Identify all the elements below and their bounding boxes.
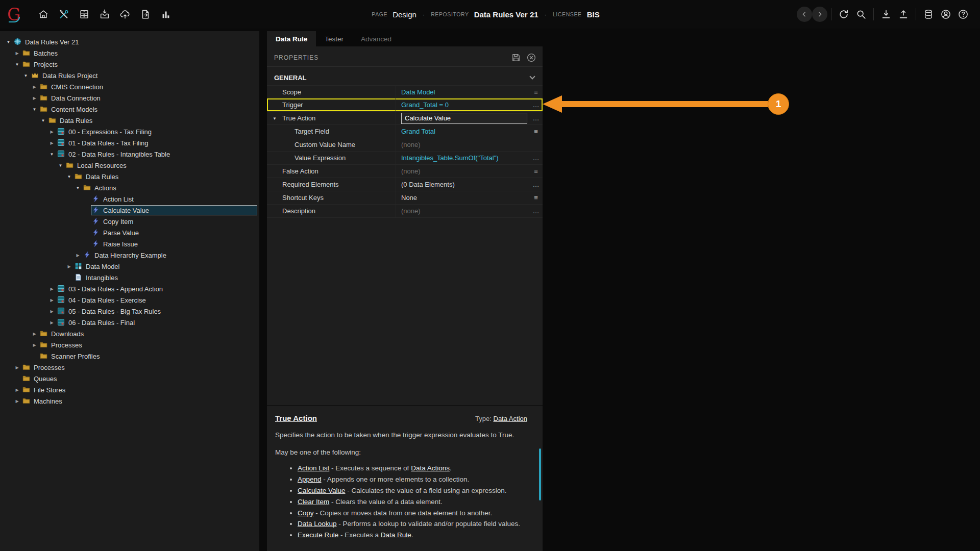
help-link-data-rule[interactable]: Data Rule xyxy=(381,531,411,539)
expanded-expander-icon[interactable]: ▼ xyxy=(56,163,65,168)
save-icon[interactable] xyxy=(511,53,521,63)
home-icon[interactable] xyxy=(35,6,52,23)
tree-item-parse-value[interactable]: Parse Value xyxy=(0,227,259,238)
prop-value-required-elements[interactable]: (0 Data Elements) xyxy=(396,178,529,191)
prop-value-custom-value-name[interactable]: (none) xyxy=(396,138,529,151)
collapsed-expander-icon[interactable]: ▶ xyxy=(13,51,21,56)
prop-value-text[interactable]: (none) xyxy=(401,207,421,215)
tab-advanced[interactable]: Advanced xyxy=(352,31,400,46)
collapsed-expander-icon[interactable]: ▶ xyxy=(13,399,21,404)
help-link-calculate-value[interactable]: Calculate Value xyxy=(298,487,346,494)
expanded-expander-icon[interactable]: ▼ xyxy=(47,152,56,157)
ellipsis-button[interactable]: … xyxy=(529,152,543,164)
tree-item-06-data-rules-final[interactable]: ▶06 - Data Rules - Final xyxy=(0,317,259,328)
collapsed-expander-icon[interactable]: ▶ xyxy=(30,85,39,89)
tree-item-01-data-rules-tax-filing[interactable]: ▶01 - Data Rules - Tax Filing xyxy=(0,137,259,148)
export-document-icon[interactable] xyxy=(137,6,154,23)
collapsed-expander-icon[interactable]: ▶ xyxy=(47,309,56,314)
nav-back-icon[interactable] xyxy=(797,7,812,22)
tree-item-cmis-connection[interactable]: ▶CMIS Connection xyxy=(0,81,259,92)
tree-item-downloads[interactable]: ▶Downloads xyxy=(0,328,259,339)
upload-icon[interactable] xyxy=(895,6,912,23)
dropdown-button[interactable]: ≡ xyxy=(529,125,543,138)
tree-item-04-data-rules-exercise[interactable]: ▶04 - Data Rules - Exercise xyxy=(0,294,259,306)
collapsed-expander-icon[interactable]: ▶ xyxy=(74,253,82,258)
help-type-link[interactable]: Data Action xyxy=(494,415,528,422)
tree-item-batches[interactable]: ▶Batches xyxy=(0,47,259,59)
tree-item-raise-issue[interactable]: Raise Issue xyxy=(0,238,259,249)
prop-value-target-field[interactable]: Grand Total xyxy=(396,125,529,138)
tree-item-02-data-rules-intangibles-table[interactable]: ▼02 - Data Rules - Intangibles Table xyxy=(0,148,259,160)
tree-item-data-model[interactable]: ▶Data Model xyxy=(0,261,259,272)
prop-value-true-action[interactable]: Calculate Value xyxy=(396,112,529,124)
tree-item-data-hierarchy-example[interactable]: ▶Data Hierarchy Example xyxy=(0,249,259,261)
expanded-expander-icon[interactable]: ▼ xyxy=(65,174,74,179)
prop-value-description[interactable]: (none) xyxy=(396,205,529,217)
tree-item-file-stores[interactable]: ▶File Stores xyxy=(0,384,259,395)
ellipsis-button[interactable]: … xyxy=(529,178,543,191)
tree-item-03-data-rules-append-action[interactable]: ▶03 - Data Rules - Append Action xyxy=(0,283,259,294)
expanded-expander-icon[interactable]: ▼ xyxy=(39,118,47,123)
collapsed-expander-icon[interactable]: ▶ xyxy=(30,96,39,101)
expanded-expander-icon[interactable]: ▼ xyxy=(4,40,13,44)
help-link-action-list[interactable]: Action List xyxy=(298,464,329,472)
collapsed-expander-icon[interactable]: ▶ xyxy=(30,332,39,336)
help-link-execute-rule[interactable]: Execute Rule xyxy=(298,531,338,539)
collapsed-expander-icon[interactable]: ▶ xyxy=(47,320,56,325)
expanded-expander-icon[interactable]: ▼ xyxy=(74,186,82,190)
tree-item-data-rules[interactable]: ▼Data Rules xyxy=(0,115,259,126)
ellipsis-button[interactable]: … xyxy=(529,98,543,111)
prop-value-false-action[interactable]: (none) xyxy=(396,165,529,178)
prop-value-text[interactable]: (0 Data Elements) xyxy=(401,181,455,188)
tree-item-processes[interactable]: ▶Processes xyxy=(0,362,259,373)
tree-item-calculate-value[interactable]: Calculate Value xyxy=(0,205,259,216)
search-icon[interactable] xyxy=(852,6,870,23)
tools-icon[interactable] xyxy=(55,6,72,23)
collapsed-expander-icon[interactable]: ▶ xyxy=(13,365,21,370)
tab-data-rule[interactable]: Data Rule xyxy=(267,31,316,46)
tree-item-00-expressions-tax-filing[interactable]: ▶00 - Expressions - Tax Filing xyxy=(0,126,259,137)
collapsed-expander-icon[interactable]: ▶ xyxy=(30,343,39,347)
prop-value-text[interactable]: (none) xyxy=(401,167,421,175)
tree-item-scanner-profiles[interactable]: Scanner Profiles xyxy=(0,350,259,362)
help-link-data-actions[interactable]: Data Actions xyxy=(411,464,450,472)
ellipsis-button[interactable]: … xyxy=(529,112,543,124)
dropdown-button[interactable]: ≡ xyxy=(529,86,543,98)
tree-item-queues[interactable]: Queues xyxy=(0,373,259,384)
expanded-expander-icon[interactable]: ▼ xyxy=(21,73,30,78)
tree-item-05-data-rules-big-tax-rules[interactable]: ▶05 - Data Rules - Big Tax Rules xyxy=(0,306,259,317)
tab-tester[interactable]: Tester xyxy=(316,31,352,46)
expanded-expander-icon[interactable]: ▼ xyxy=(13,62,21,67)
collapsed-expander-icon[interactable]: ▶ xyxy=(47,141,56,145)
tree-item-action-list[interactable]: Action List xyxy=(0,193,259,205)
prop-value-value-expression[interactable]: Intangibles_Table.SumOf("Total") xyxy=(396,152,529,164)
storage-icon[interactable] xyxy=(76,6,93,23)
tree-item-actions[interactable]: ▼Actions xyxy=(0,182,259,193)
prop-value-text[interactable]: Grand Total xyxy=(401,128,435,135)
tree-item-copy-item[interactable]: Copy Item xyxy=(0,216,259,227)
dropdown-button[interactable]: ≡ xyxy=(529,191,543,204)
tree-item-processes[interactable]: ▶Processes xyxy=(0,339,259,350)
help-icon[interactable] xyxy=(954,6,972,23)
dropdown-button[interactable]: ≡ xyxy=(529,165,543,178)
prop-value-trigger[interactable]: Grand_Total = 0 xyxy=(396,98,529,111)
tree-item-projects[interactable]: ▼Projects xyxy=(0,59,259,70)
download-icon[interactable] xyxy=(877,6,895,23)
prop-value-editor[interactable]: Calculate Value xyxy=(401,113,527,124)
prop-value-text[interactable]: Intangibles_Table.SumOf("Total") xyxy=(401,154,499,162)
collapsed-expander-icon[interactable]: ▶ xyxy=(47,130,56,134)
collapsed-expander-icon[interactable]: ▶ xyxy=(47,298,56,303)
general-section-header[interactable]: GENERAL xyxy=(267,70,543,85)
refresh-icon[interactable] xyxy=(835,6,852,23)
tree-item-data-connection[interactable]: ▶Data Connection xyxy=(0,92,259,104)
page-value[interactable]: Design xyxy=(393,10,416,19)
expanded-expander-icon[interactable]: ▼ xyxy=(273,116,277,121)
prop-value-text[interactable]: (none) xyxy=(401,141,421,148)
tree-item-intangibles[interactable]: Intangibles xyxy=(0,272,259,283)
cloud-upload-icon[interactable] xyxy=(116,6,134,23)
help-scrollbar-thumb[interactable] xyxy=(539,448,541,500)
ellipsis-button[interactable]: … xyxy=(529,205,543,217)
collapsed-expander-icon[interactable]: ▶ xyxy=(13,388,21,392)
collapsed-expander-icon[interactable]: ▶ xyxy=(65,264,74,269)
help-link-copy[interactable]: Copy xyxy=(298,509,314,517)
